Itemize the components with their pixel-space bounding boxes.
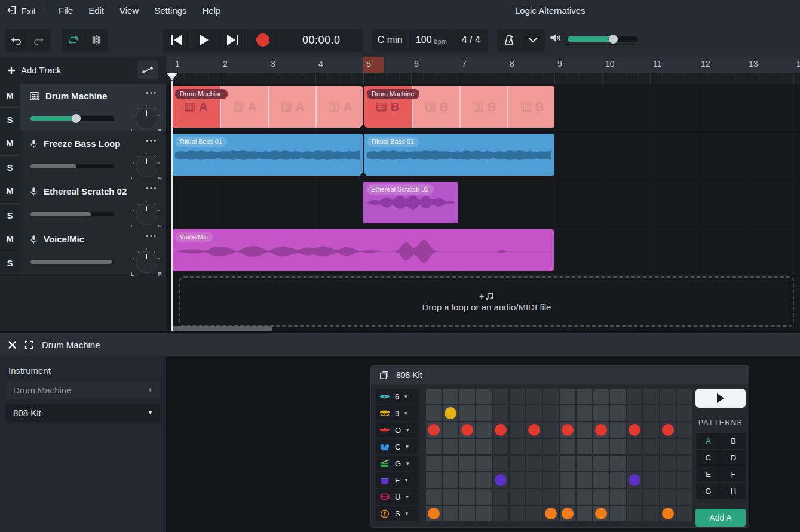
menu-item-help[interactable]: Help [195, 0, 229, 21]
step-cell[interactable] [510, 389, 525, 404]
step-cell[interactable] [493, 389, 508, 404]
horizontal-scrollbar-thumb[interactable] [172, 326, 272, 331]
step-cell[interactable] [643, 489, 659, 505]
pan-knob-dial[interactable] [136, 204, 157, 225]
time-display[interactable]: 00:00.0 [279, 29, 363, 51]
tempo-selector[interactable]: 100 bpm [409, 29, 454, 51]
step-cell[interactable] [593, 439, 609, 454]
step-cell[interactable] [627, 506, 642, 521]
step-cell[interactable] [443, 456, 458, 471]
step-cell[interactable] [493, 456, 508, 471]
pan-knob[interactable]: LR [133, 201, 160, 228]
step-cell[interactable] [593, 489, 609, 505]
step-cell[interactable] [443, 439, 458, 454]
drum-row-selector[interactable]: 6▼ [376, 389, 419, 404]
track-volume-thumb[interactable] [72, 114, 81, 123]
step-cell[interactable] [543, 472, 559, 488]
step-cell[interactable] [593, 472, 609, 488]
step-cell[interactable] [426, 389, 442, 404]
track-menu-button[interactable]: ••• [146, 233, 158, 239]
step-cell[interactable] [459, 422, 475, 438]
mute-button[interactable]: M [0, 84, 20, 108]
pan-knob-dial[interactable] [136, 156, 157, 177]
add-track-button[interactable]: Add Track [0, 65, 62, 75]
menu-item-file[interactable]: File [51, 0, 81, 21]
step-cell[interactable] [643, 439, 659, 454]
step-cell[interactable] [660, 472, 676, 488]
clip-audio[interactable]: Ritual Bass 01 [364, 134, 554, 176]
step-cell[interactable] [526, 389, 542, 404]
step-cell[interactable] [660, 439, 676, 454]
pattern-button-a[interactable]: A [696, 433, 721, 450]
step-cell[interactable] [476, 472, 492, 488]
step-cell[interactable] [610, 422, 626, 438]
solo-button[interactable]: S [0, 108, 20, 132]
step-cell[interactable] [493, 422, 508, 438]
step-cell[interactable] [643, 472, 659, 488]
pattern-button-g[interactable]: G [696, 483, 721, 500]
step-cell[interactable] [577, 439, 592, 454]
mute-button[interactable]: M [0, 179, 20, 204]
step-cell[interactable] [560, 422, 575, 438]
step-cell[interactable] [577, 489, 592, 505]
step-cell[interactable] [593, 389, 609, 404]
step-cell[interactable] [526, 489, 542, 505]
step-cell[interactable] [660, 456, 676, 471]
key-selector[interactable]: C min [372, 29, 409, 51]
add-pattern-button[interactable]: Add A [695, 509, 746, 527]
step-cell[interactable] [476, 489, 492, 505]
step-cell[interactable] [560, 456, 575, 471]
pan-knob-dial[interactable] [136, 108, 157, 130]
step-cell[interactable] [627, 422, 642, 438]
track-menu-button[interactable]: ••• [146, 185, 158, 192]
solo-button[interactable]: S [0, 204, 20, 227]
step-cell[interactable] [643, 389, 659, 404]
clip-pattern[interactable]: BBBBDrum Machine [364, 86, 554, 128]
step-cell[interactable] [510, 405, 525, 421]
step-cell[interactable] [526, 456, 542, 471]
pattern-button-b[interactable]: B [721, 433, 746, 450]
clip-audio[interactable]: Ritual Bass 01 [172, 134, 363, 176]
step-cell[interactable] [443, 506, 458, 521]
step-cell[interactable] [526, 506, 542, 521]
mute-button[interactable]: M [0, 227, 20, 251]
step-cell[interactable] [543, 405, 559, 421]
step-cell[interactable] [510, 472, 525, 488]
clip-audio[interactable]: Ethereal Scratch 02 [363, 182, 458, 223]
step-cell[interactable] [627, 389, 642, 404]
metronome-button[interactable] [497, 29, 522, 51]
step-cell[interactable] [677, 405, 692, 421]
step-cell[interactable] [543, 389, 559, 404]
editor-expand-button[interactable] [20, 333, 37, 356]
drum-row-selector[interactable]: 9▼ [376, 405, 419, 421]
step-cell[interactable] [493, 439, 508, 454]
step-cell[interactable] [459, 439, 475, 454]
step-cell[interactable] [476, 422, 492, 438]
step-cell[interactable] [426, 506, 442, 521]
step-cell[interactable] [459, 506, 475, 521]
step-cell[interactable] [476, 389, 492, 404]
volume-slider-thumb[interactable] [609, 35, 618, 44]
step-cell[interactable] [476, 456, 492, 471]
step-cell[interactable] [510, 456, 525, 471]
drum-row-selector[interactable]: O▼ [376, 422, 419, 438]
step-cell[interactable] [577, 389, 592, 404]
track-volume-slider[interactable] [30, 260, 114, 264]
step-cell[interactable] [560, 472, 575, 488]
step-cell[interactable] [577, 472, 592, 488]
step-cell[interactable] [543, 422, 559, 438]
pattern-play-button[interactable] [695, 389, 746, 408]
step-cell[interactable] [677, 439, 692, 454]
step-cell[interactable] [560, 439, 575, 454]
step-cell[interactable] [476, 439, 492, 454]
step-cell[interactable] [443, 489, 458, 505]
drum-row-selector[interactable]: C▼ [376, 439, 419, 454]
clip-pattern[interactable]: AAAADrum Machine [172, 86, 363, 128]
step-cell[interactable] [426, 422, 442, 438]
step-cell[interactable] [610, 439, 626, 454]
step-cell[interactable] [660, 405, 676, 421]
pattern-clip-repeat[interactable]: B [459, 86, 508, 128]
editor-close-button[interactable] [4, 333, 20, 356]
redo-button[interactable] [28, 29, 51, 51]
undo-button[interactable] [5, 29, 28, 51]
